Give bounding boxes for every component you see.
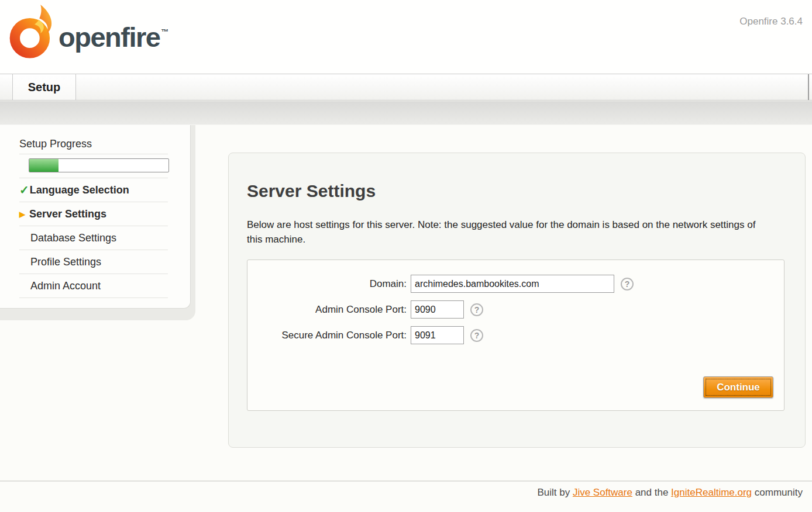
sidebar-item-label: Admin Account	[30, 280, 101, 292]
help-icon[interactable]: ?	[470, 303, 483, 316]
form-row: Domain: ?	[247, 275, 784, 293]
form-row: Admin Console Port: ?	[247, 300, 784, 319]
field-label: Secure Admin Console Port:	[247, 330, 411, 341]
field-label: Admin Console Port:	[247, 304, 411, 316]
tabstrip-right-edge	[808, 74, 809, 100]
sidebar-item-label: Profile Settings	[30, 256, 101, 268]
logo-wordmark: openfire™	[59, 21, 167, 53]
continue-button[interactable]: Continue	[703, 376, 773, 398]
page-title: Server Settings	[247, 181, 376, 201]
sub-nav-bar	[0, 101, 812, 125]
page-description: Below are host settings for this server.…	[247, 217, 762, 247]
sidebar-item-language-selection: ✓ ▶ Language Selection	[19, 178, 168, 202]
secure-admin-console-port-input[interactable]	[411, 326, 464, 344]
jive-software-link[interactable]: Jive Software	[573, 487, 632, 498]
igniterealtime-link[interactable]: IgniteRealtime.org	[671, 487, 752, 498]
continue-button-label: Continue	[706, 379, 771, 396]
trademark-symbol: ™	[161, 27, 168, 36]
openfire-setup-page: openfire™ Openfire 3.6.4 Setup Setup Pro…	[0, 0, 812, 512]
domain-input[interactable]	[411, 275, 614, 293]
header: openfire™ Openfire 3.6.4	[0, 0, 812, 74]
footer-text-suffix: community	[752, 487, 803, 498]
sidebar-nav: ✓ ▶ Language Selection ✓ ▶ Server Settin…	[19, 178, 168, 298]
setup-progress-sidebar: Setup Progress ✓ ▶ Language Selection ✓ …	[0, 125, 191, 309]
progress-bar-wrap	[19, 154, 168, 178]
sidebar-item-admin-account: ✓ ▶ Admin Account	[19, 274, 168, 298]
setup-progress-bar	[29, 158, 169, 172]
field-label: Domain:	[247, 278, 411, 290]
tab-strip: Setup	[0, 74, 812, 101]
checkmark-icon: ✓	[19, 183, 29, 197]
footer-credits: Built by Jive Software and the IgniteRea…	[537, 487, 803, 499]
help-icon[interactable]: ?	[470, 329, 483, 342]
sidebar-item-database-settings: ✓ ▶ Database Settings	[19, 226, 168, 250]
main-panel: Server Settings Below are host settings …	[228, 153, 806, 448]
sidebar-item-server-settings: ✓ ▶ Server Settings	[19, 202, 168, 226]
app-version-label: Openfire 3.6.4	[739, 16, 803, 27]
tab-setup[interactable]: Setup	[12, 74, 76, 100]
sidebar-title: Setup Progress	[19, 138, 168, 154]
openfire-flame-icon	[9, 4, 57, 61]
footer-text-prefix: Built by	[537, 487, 572, 498]
server-settings-form: Domain: ? Admin Console Port: ? Secure A…	[247, 260, 785, 411]
footer-text-middle: and the	[632, 487, 671, 498]
sidebar-item-label: Database Settings	[30, 232, 116, 244]
admin-console-port-input[interactable]	[411, 300, 464, 319]
current-step-arrow-icon: ▶	[19, 210, 25, 219]
form-row: Secure Admin Console Port: ?	[247, 326, 784, 344]
sidebar-item-label: Server Settings	[29, 208, 106, 220]
footer-divider	[0, 480, 812, 482]
sidebar-item-label: Language Selection	[30, 184, 129, 196]
progress-fill	[29, 159, 59, 172]
help-icon[interactable]: ?	[621, 278, 634, 290]
sidebar-item-profile-settings: ✓ ▶ Profile Settings	[19, 250, 168, 274]
